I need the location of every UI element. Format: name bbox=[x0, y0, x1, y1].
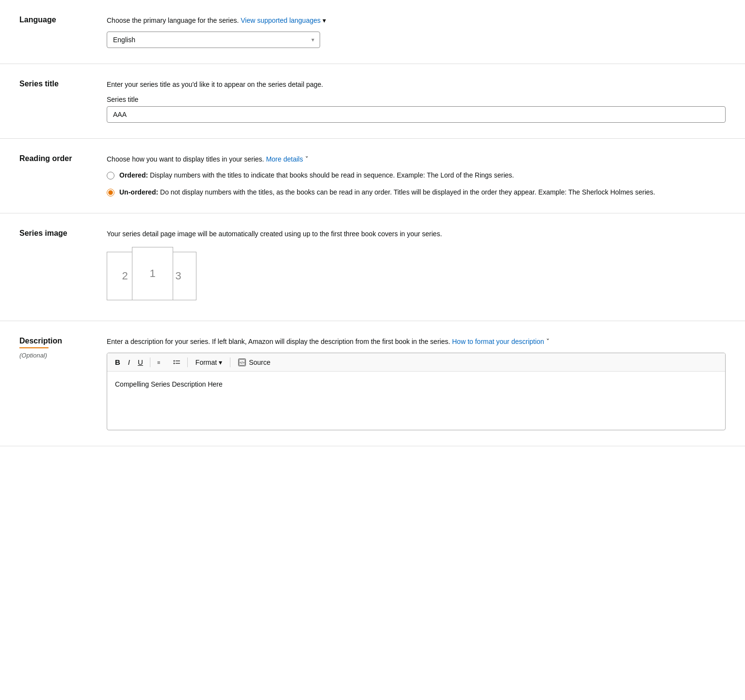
description-label-area: Description (Optional) bbox=[19, 337, 107, 430]
language-heading: Language bbox=[19, 16, 95, 24]
format-dropdown-button[interactable]: Format ▾ bbox=[192, 357, 226, 368]
reading-order-content: Choose how you want to display titles in… bbox=[107, 154, 726, 197]
description-chevron: ˅ bbox=[546, 338, 550, 345]
language-select-wrapper: English French German Spanish Italian Po… bbox=[107, 32, 320, 48]
series-image-label-area: Series image bbox=[19, 229, 107, 305]
reading-order-chevron: ˅ bbox=[305, 155, 308, 163]
unordered-radio[interactable] bbox=[107, 189, 114, 196]
reading-order-heading: Reading order bbox=[19, 154, 95, 163]
series-image-heading: Series image bbox=[19, 229, 95, 238]
series-title-content: Enter your series title as you'd like it… bbox=[107, 80, 726, 123]
how-to-format-link[interactable]: How to format your description bbox=[452, 338, 544, 345]
book-cover-1: 1 bbox=[132, 247, 173, 300]
svg-text:</>: </> bbox=[240, 361, 244, 364]
unordered-list-button[interactable] bbox=[170, 357, 183, 368]
description-section: Description (Optional) Enter a descripti… bbox=[0, 321, 745, 446]
language-label-area: Language bbox=[19, 16, 107, 48]
editor-toolbar: B I U ≡ bbox=[107, 353, 725, 372]
description-optional: (Optional) bbox=[19, 352, 47, 359]
ordered-list-button[interactable]: ≡ bbox=[154, 357, 168, 368]
toolbar-divider-2 bbox=[187, 358, 188, 367]
language-link-chevron: ▾ bbox=[323, 16, 326, 24]
reading-order-radio-group: Ordered: Display numbers with the titles… bbox=[107, 170, 726, 197]
source-label: Source bbox=[249, 358, 270, 366]
reading-order-description: Choose how you want to display titles in… bbox=[107, 154, 726, 164]
italic-button[interactable]: I bbox=[125, 356, 133, 368]
toolbar-divider-1 bbox=[150, 358, 150, 367]
book-cover-2-number: 2 bbox=[122, 270, 128, 282]
series-image-section: Series image Your series detail page ima… bbox=[0, 213, 745, 321]
series-image-description: Your series detail page image will be au… bbox=[107, 229, 726, 239]
source-icon: </> bbox=[238, 358, 246, 366]
series-title-section: Series title Enter your series title as … bbox=[0, 64, 745, 139]
unordered-radio-item: Un-ordered: Do not display numbers with … bbox=[107, 187, 726, 197]
language-select[interactable]: English French German Spanish Italian Po… bbox=[107, 32, 320, 48]
ordered-bold-text: Ordered: bbox=[119, 171, 148, 179]
ordered-label[interactable]: Ordered: Display numbers with the titles… bbox=[119, 170, 514, 180]
editor-body[interactable]: Compelling Series Description Here bbox=[107, 372, 725, 430]
svg-text:≡: ≡ bbox=[157, 359, 160, 365]
ordered-radio-item: Ordered: Display numbers with the titles… bbox=[107, 170, 726, 180]
series-image-content: Your series detail page image will be au… bbox=[107, 229, 726, 305]
format-label: Format bbox=[195, 358, 217, 366]
language-content: Choose the primary language for the seri… bbox=[107, 16, 726, 48]
underline-button[interactable]: U bbox=[135, 356, 146, 368]
ordered-radio[interactable] bbox=[107, 172, 114, 179]
book-cover-3-number: 3 bbox=[175, 270, 181, 282]
svg-point-3 bbox=[173, 362, 175, 364]
description-editor: B I U ≡ bbox=[107, 353, 726, 430]
description-content: Enter a description for your series. If … bbox=[107, 337, 726, 430]
view-supported-languages-link[interactable]: View supported languages bbox=[241, 16, 321, 24]
unordered-bold-text: Un-ordered: bbox=[119, 188, 158, 196]
series-title-field-label: Series title bbox=[107, 96, 726, 103]
editor-content: Compelling Series Description Here bbox=[115, 380, 223, 388]
book-cover-1-number: 1 bbox=[149, 267, 155, 280]
reading-order-section: Reading order Choose how you want to dis… bbox=[0, 139, 745, 213]
series-title-heading: Series title bbox=[19, 80, 95, 88]
reading-order-more-details-link[interactable]: More details bbox=[266, 155, 303, 163]
language-section: Language Choose the primary language for… bbox=[0, 0, 745, 64]
svg-point-1 bbox=[173, 360, 175, 361]
series-title-input[interactable] bbox=[107, 106, 726, 123]
reading-order-label-area: Reading order bbox=[19, 154, 107, 197]
toolbar-divider-3 bbox=[230, 358, 230, 367]
series-title-label-area: Series title bbox=[19, 80, 107, 123]
format-chevron: ▾ bbox=[219, 358, 222, 366]
bold-button[interactable]: B bbox=[112, 356, 123, 368]
description-underline bbox=[19, 347, 49, 348]
unordered-label[interactable]: Un-ordered: Do not display numbers with … bbox=[119, 187, 655, 197]
unordered-text: Do not display numbers with the titles, … bbox=[158, 188, 655, 196]
description-heading: Description bbox=[19, 337, 95, 345]
language-description: Choose the primary language for the seri… bbox=[107, 16, 726, 26]
series-title-description: Enter your series title as you'd like it… bbox=[107, 80, 726, 90]
ordered-text: Display numbers with the titles to indic… bbox=[148, 171, 514, 179]
source-button[interactable]: </> Source bbox=[234, 357, 274, 368]
description-text: Enter a description for your series. If … bbox=[107, 337, 726, 347]
book-covers-preview: 2 1 3 bbox=[107, 247, 204, 305]
